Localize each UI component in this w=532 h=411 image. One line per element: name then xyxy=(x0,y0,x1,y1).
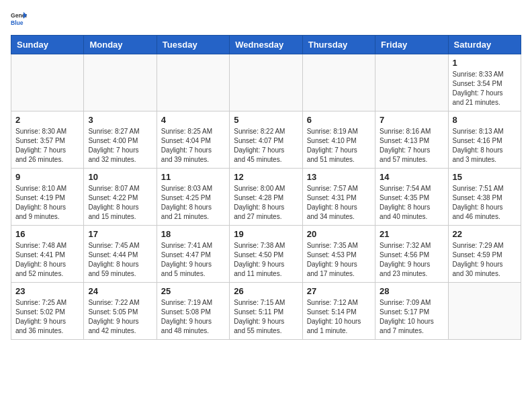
day-info: Sunrise: 8:22 AM Sunset: 4:07 PM Dayligh… xyxy=(234,127,298,165)
day-cell: 17Sunrise: 7:45 AM Sunset: 4:44 PM Dayli… xyxy=(84,226,157,283)
day-cell: 7Sunrise: 8:16 AM Sunset: 4:13 PM Daylig… xyxy=(375,111,448,169)
day-number: 4 xyxy=(161,115,225,125)
day-info: Sunrise: 7:54 AM Sunset: 4:35 PM Dayligh… xyxy=(380,184,443,222)
day-number: 21 xyxy=(380,229,443,239)
day-number: 7 xyxy=(380,115,443,125)
day-number: 5 xyxy=(234,115,298,125)
week-row-5: 23Sunrise: 7:25 AM Sunset: 5:02 PM Dayli… xyxy=(11,283,521,340)
logo: General Blue xyxy=(11,11,30,27)
weekday-header-saturday: Saturday xyxy=(448,36,521,54)
weekday-header-thursday: Thursday xyxy=(302,36,375,54)
day-cell xyxy=(84,54,157,111)
day-info: Sunrise: 8:00 AM Sunset: 4:28 PM Dayligh… xyxy=(234,184,298,222)
day-info: Sunrise: 7:32 AM Sunset: 4:56 PM Dayligh… xyxy=(380,241,443,279)
day-info: Sunrise: 8:03 AM Sunset: 4:25 PM Dayligh… xyxy=(161,184,225,222)
day-cell: 20Sunrise: 7:35 AM Sunset: 4:53 PM Dayli… xyxy=(302,226,375,283)
day-info: Sunrise: 7:45 AM Sunset: 4:44 PM Dayligh… xyxy=(88,241,152,279)
day-cell: 16Sunrise: 7:48 AM Sunset: 4:41 PM Dayli… xyxy=(11,226,84,283)
day-info: Sunrise: 8:10 AM Sunset: 4:19 PM Dayligh… xyxy=(15,184,79,222)
day-cell: 8Sunrise: 8:13 AM Sunset: 4:16 PM Daylig… xyxy=(448,111,521,169)
week-row-3: 9Sunrise: 8:10 AM Sunset: 4:19 PM Daylig… xyxy=(11,169,521,226)
day-number: 13 xyxy=(307,172,371,182)
day-info: Sunrise: 7:57 AM Sunset: 4:31 PM Dayligh… xyxy=(307,184,371,222)
day-cell: 21Sunrise: 7:32 AM Sunset: 4:56 PM Dayli… xyxy=(375,226,448,283)
day-number: 8 xyxy=(453,115,517,125)
day-number: 15 xyxy=(453,172,517,182)
day-cell: 26Sunrise: 7:15 AM Sunset: 5:11 PM Dayli… xyxy=(230,283,302,340)
day-number: 11 xyxy=(161,172,225,182)
day-info: Sunrise: 7:29 AM Sunset: 4:59 PM Dayligh… xyxy=(453,241,517,279)
day-number: 26 xyxy=(234,286,298,296)
day-cell: 4Sunrise: 8:25 AM Sunset: 4:04 PM Daylig… xyxy=(157,111,229,169)
day-cell: 11Sunrise: 8:03 AM Sunset: 4:25 PM Dayli… xyxy=(157,169,229,226)
weekday-header-friday: Friday xyxy=(375,36,448,54)
logo-icon: General Blue xyxy=(11,11,27,27)
day-cell: 24Sunrise: 7:22 AM Sunset: 5:05 PM Dayli… xyxy=(84,283,157,340)
day-number: 27 xyxy=(307,286,371,296)
day-info: Sunrise: 8:33 AM Sunset: 3:54 PM Dayligh… xyxy=(453,70,517,107)
day-number: 9 xyxy=(15,172,79,182)
day-info: Sunrise: 7:15 AM Sunset: 5:11 PM Dayligh… xyxy=(234,298,298,336)
day-number: 12 xyxy=(234,172,298,182)
day-cell: 19Sunrise: 7:38 AM Sunset: 4:50 PM Dayli… xyxy=(230,226,302,283)
day-info: Sunrise: 8:13 AM Sunset: 4:16 PM Dayligh… xyxy=(453,127,517,165)
calendar-table: SundayMondayTuesdayWednesdayThursdayFrid… xyxy=(11,35,521,340)
day-info: Sunrise: 7:41 AM Sunset: 4:47 PM Dayligh… xyxy=(161,241,225,279)
day-cell xyxy=(448,283,521,340)
day-info: Sunrise: 8:27 AM Sunset: 4:00 PM Dayligh… xyxy=(88,127,152,165)
day-cell: 12Sunrise: 8:00 AM Sunset: 4:28 PM Dayli… xyxy=(230,169,302,226)
day-number: 23 xyxy=(15,286,79,296)
day-info: Sunrise: 7:09 AM Sunset: 5:17 PM Dayligh… xyxy=(380,298,443,336)
day-info: Sunrise: 8:25 AM Sunset: 4:04 PM Dayligh… xyxy=(161,127,225,165)
day-cell: 5Sunrise: 8:22 AM Sunset: 4:07 PM Daylig… xyxy=(230,111,302,169)
day-cell: 28Sunrise: 7:09 AM Sunset: 5:17 PM Dayli… xyxy=(375,283,448,340)
day-info: Sunrise: 7:51 AM Sunset: 4:38 PM Dayligh… xyxy=(453,184,517,222)
day-number: 18 xyxy=(161,229,225,239)
day-cell: 2Sunrise: 8:30 AM Sunset: 3:57 PM Daylig… xyxy=(11,111,84,169)
day-cell: 10Sunrise: 8:07 AM Sunset: 4:22 PM Dayli… xyxy=(84,169,157,226)
day-number: 2 xyxy=(15,115,79,125)
weekday-header-tuesday: Tuesday xyxy=(157,36,229,54)
day-cell: 3Sunrise: 8:27 AM Sunset: 4:00 PM Daylig… xyxy=(84,111,157,169)
day-number: 10 xyxy=(88,172,152,182)
day-number: 20 xyxy=(307,229,371,239)
day-cell xyxy=(11,54,84,111)
day-cell: 25Sunrise: 7:19 AM Sunset: 5:08 PM Dayli… xyxy=(157,283,229,340)
day-info: Sunrise: 7:35 AM Sunset: 4:53 PM Dayligh… xyxy=(307,241,371,279)
day-number: 1 xyxy=(453,58,517,68)
calendar-header: General Blue xyxy=(11,11,521,27)
svg-text:Blue: Blue xyxy=(11,19,24,26)
day-number: 28 xyxy=(380,286,443,296)
day-cell: 13Sunrise: 7:57 AM Sunset: 4:31 PM Dayli… xyxy=(302,169,375,226)
day-cell: 27Sunrise: 7:12 AM Sunset: 5:14 PM Dayli… xyxy=(302,283,375,340)
day-cell xyxy=(157,54,229,111)
day-cell: 18Sunrise: 7:41 AM Sunset: 4:47 PM Dayli… xyxy=(157,226,229,283)
day-info: Sunrise: 8:30 AM Sunset: 3:57 PM Dayligh… xyxy=(15,127,79,165)
day-info: Sunrise: 8:07 AM Sunset: 4:22 PM Dayligh… xyxy=(88,184,152,222)
weekday-header-monday: Monday xyxy=(84,36,157,54)
day-info: Sunrise: 7:22 AM Sunset: 5:05 PM Dayligh… xyxy=(88,298,152,336)
day-cell: 1Sunrise: 8:33 AM Sunset: 3:54 PM Daylig… xyxy=(448,54,521,111)
day-cell: 9Sunrise: 8:10 AM Sunset: 4:19 PM Daylig… xyxy=(11,169,84,226)
day-cell: 23Sunrise: 7:25 AM Sunset: 5:02 PM Dayli… xyxy=(11,283,84,340)
day-cell xyxy=(302,54,375,111)
day-cell xyxy=(230,54,302,111)
day-info: Sunrise: 7:38 AM Sunset: 4:50 PM Dayligh… xyxy=(234,241,298,279)
day-cell: 15Sunrise: 7:51 AM Sunset: 4:38 PM Dayli… xyxy=(448,169,521,226)
weekday-header-row: SundayMondayTuesdayWednesdayThursdayFrid… xyxy=(11,36,521,54)
day-info: Sunrise: 7:25 AM Sunset: 5:02 PM Dayligh… xyxy=(15,298,79,336)
day-info: Sunrise: 7:19 AM Sunset: 5:08 PM Dayligh… xyxy=(161,298,225,336)
day-cell xyxy=(375,54,448,111)
day-number: 19 xyxy=(234,229,298,239)
day-number: 14 xyxy=(380,172,443,182)
day-number: 17 xyxy=(88,229,152,239)
day-number: 24 xyxy=(88,286,152,296)
day-number: 22 xyxy=(453,229,517,239)
day-cell: 22Sunrise: 7:29 AM Sunset: 4:59 PM Dayli… xyxy=(448,226,521,283)
day-number: 16 xyxy=(15,229,79,239)
week-row-4: 16Sunrise: 7:48 AM Sunset: 4:41 PM Dayli… xyxy=(11,226,521,283)
day-number: 25 xyxy=(161,286,225,296)
day-cell: 6Sunrise: 8:19 AM Sunset: 4:10 PM Daylig… xyxy=(302,111,375,169)
day-info: Sunrise: 7:12 AM Sunset: 5:14 PM Dayligh… xyxy=(307,298,371,336)
weekday-header-sunday: Sunday xyxy=(11,36,84,54)
